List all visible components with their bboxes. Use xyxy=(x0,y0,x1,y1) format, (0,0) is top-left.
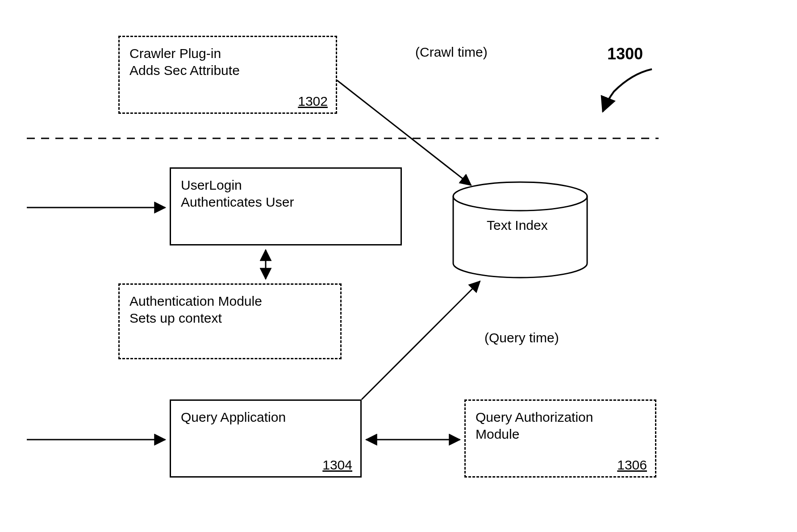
figure-number-arrow xyxy=(603,69,652,112)
userlogin-text-2: Authenticates User xyxy=(181,194,391,211)
query-authorization-box: Query Authorization Module 1306 xyxy=(464,399,656,478)
query-application-box: Query Application 1304 xyxy=(170,399,362,478)
crawler-text-1: Crawler Plug-in xyxy=(129,45,326,62)
query-application-ref: 1304 xyxy=(322,457,352,473)
svg-point-0 xyxy=(453,182,587,211)
userlogin-box: UserLogin Authenticates User xyxy=(170,167,402,245)
text-index-label: Text Index xyxy=(487,218,548,233)
crawler-plugin-box: Crawler Plug-in Adds Sec Attribute 1302 xyxy=(118,36,337,114)
query-authorization-text-1: Query Authorization xyxy=(476,409,645,426)
figure-number: 1300 xyxy=(607,45,643,63)
query-application-text-1: Query Application xyxy=(181,409,351,426)
query-authorization-text-2: Module xyxy=(476,426,645,443)
query-authorization-ref: 1306 xyxy=(617,457,647,473)
query-time-label: (Query time) xyxy=(484,330,559,345)
userlogin-text-1: UserLogin xyxy=(181,177,391,194)
auth-module-box: Authentication Module Sets up context xyxy=(118,283,342,359)
crawler-text-2: Adds Sec Attribute xyxy=(129,62,326,79)
auth-module-text-1: Authentication Module xyxy=(129,293,330,310)
arrow-queryapp-to-index xyxy=(362,281,480,399)
crawler-ref: 1302 xyxy=(298,94,328,109)
auth-module-text-2: Sets up context xyxy=(129,310,330,327)
crawl-time-label: (Crawl time) xyxy=(415,45,488,60)
